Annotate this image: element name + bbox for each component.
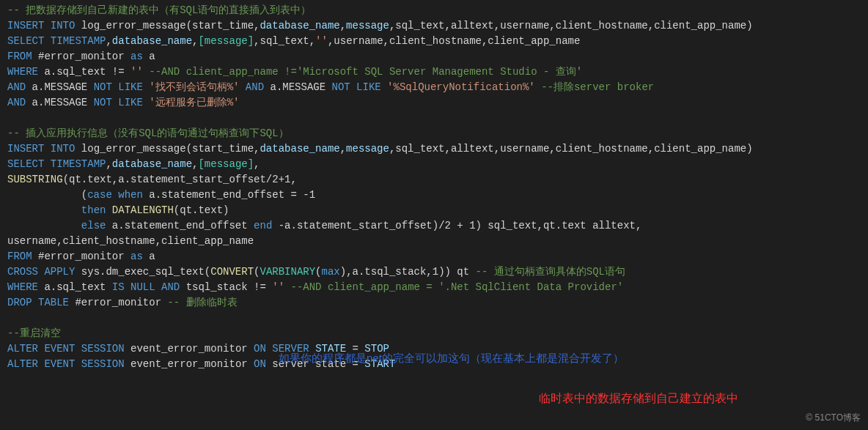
annotation-red: 临时表中的数据存储到自己建立的表中: [539, 390, 738, 407]
comment: --重启清空: [7, 327, 61, 339]
code-line: FROM #error_monitor as a: [7, 49, 861, 64]
comment: -- 把数据存储到自己新建的表中（有SQL语句的直接插入到表中）: [7, 4, 311, 16]
blank-line: [7, 311, 861, 326]
code-line: DROP TABLE #error_monitor -- 删除临时表: [7, 295, 861, 311]
code-line: -- 把数据存储到自己新建的表中（有SQL语句的直接插入到表中）: [7, 3, 861, 18]
code-line: INSERT INTO log_error_message(start_time…: [7, 141, 861, 157]
code-line: CROSS APPLY sys.dm_exec_sql_text(CONVERT…: [7, 264, 861, 280]
annotation-blue: 如果你的程序都是net的完全可以加这句（现在基本上都是混合开发了）: [279, 350, 624, 367]
code-line: AND a.MESSAGE NOT LIKE '远程服务已删除%': [7, 95, 861, 111]
code-line: INSERT INTO log_error_message(start_time…: [7, 18, 861, 34]
code-line: FROM #error_monitor as a: [7, 249, 861, 264]
code-line: WHERE a.sql_text != '' --AND client_app_…: [7, 64, 861, 80]
code-line: SELECT TIMESTAMP,database_name,[message]…: [7, 157, 861, 172]
code-line: SELECT TIMESTAMP,database_name,[message]…: [7, 34, 861, 49]
code-line: username,client_hostname,client_app_name: [7, 234, 861, 249]
comment: -- 插入应用执行信息（没有SQL的语句通过句柄查询下SQL）: [7, 127, 289, 139]
code-line: -- 插入应用执行信息（没有SQL的语句通过句柄查询下SQL）: [7, 126, 861, 141]
blank-line: [7, 111, 861, 126]
code-line: --重启清空: [7, 326, 861, 341]
code-line: then DATALENGTH(qt.text): [7, 203, 861, 218]
code-line: (case when a.statement_end_offset = -1: [7, 188, 861, 203]
watermark: © 51CTO博客: [806, 411, 861, 424]
code-line: else a.statement_end_offset end -a.state…: [7, 218, 861, 234]
code-line: WHERE a.sql_text IS NULL AND tsql_stack …: [7, 280, 861, 295]
code-line: AND a.MESSAGE NOT LIKE '找不到会话句柄%' AND a.…: [7, 80, 861, 95]
code-line: SUBSTRING(qt.text,a.statement_start_offs…: [7, 172, 861, 188]
